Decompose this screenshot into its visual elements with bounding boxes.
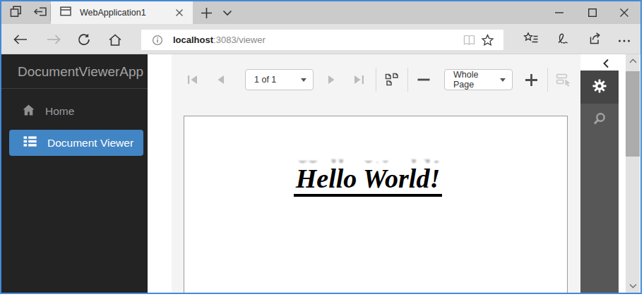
collapse-panel-button[interactable]	[598, 56, 614, 71]
address-bar-row: localhost:3083/viewer	[1, 24, 640, 54]
sidebar-item-label: Document Viewer	[47, 137, 133, 150]
set-tabs-aside-icon	[32, 4, 48, 22]
sidebar-item-home[interactable]: Home	[1, 99, 148, 124]
tab-preview-icon	[8, 4, 23, 22]
info-icon[interactable]	[148, 32, 167, 48]
page-number-select[interactable]: 1 of 1	[245, 69, 314, 90]
text-select-button[interactable]	[554, 70, 573, 90]
close-tab-button[interactable]	[172, 5, 187, 20]
thumbnails-button[interactable]	[382, 70, 402, 90]
web-note-button[interactable]	[551, 30, 574, 49]
toolbar-separator	[547, 68, 548, 92]
next-page-button[interactable]	[322, 70, 342, 90]
sidebar-item-label: Home	[45, 105, 74, 118]
previous-page-button[interactable]	[210, 70, 230, 90]
forward-button[interactable]	[43, 30, 64, 49]
browser-tab[interactable]: WebApplication1	[51, 1, 193, 24]
hub-favorites-button[interactable]	[520, 30, 542, 49]
set-tabs-aside-button[interactable]	[30, 3, 50, 23]
reading-view-icon[interactable]	[460, 32, 478, 48]
search-button[interactable]	[580, 104, 619, 137]
document-render-artifact: Hello World!	[184, 154, 559, 163]
browser-home-button[interactable]	[105, 30, 126, 49]
more-button[interactable]	[613, 30, 636, 49]
page-icon	[59, 4, 73, 21]
tab-title: WebApplication1	[80, 8, 172, 18]
back-button[interactable]	[10, 30, 31, 49]
hub-icon	[523, 32, 539, 48]
list-icon	[23, 135, 37, 151]
first-page-button[interactable]	[182, 70, 202, 90]
toolbar-separator	[407, 68, 408, 92]
share-button[interactable]	[583, 30, 606, 49]
search-icon	[592, 111, 607, 130]
refresh-button[interactable]	[73, 30, 95, 49]
scrollbar-thumb[interactable]	[626, 71, 640, 157]
home-icon	[22, 104, 35, 119]
url-host: localhost	[173, 35, 213, 45]
chevron-down-icon	[500, 78, 506, 85]
scroll-down-button[interactable]	[626, 281, 640, 291]
viewer-side-panel	[580, 71, 619, 293]
settings-button[interactable]	[580, 71, 619, 104]
browser-window: WebApplication1	[0, 0, 642, 294]
web-note-icon	[555, 31, 571, 48]
last-page-button[interactable]	[349, 70, 369, 90]
scrollbar[interactable]	[626, 54, 640, 293]
sidebar-item-document-viewer[interactable]: Document Viewer	[9, 130, 143, 156]
screenshot-root: WebApplication1	[0, 0, 644, 299]
app-sidebar: DocumentViewerApp Home Document Viewer	[1, 54, 148, 293]
scroll-up-button[interactable]	[626, 56, 640, 66]
tab-list-chevron-button[interactable]	[217, 3, 237, 23]
zoom-level-select[interactable]: Whole Page	[444, 69, 513, 90]
document-page: Hello World! Hello World!	[184, 116, 568, 293]
document-viewer: 1 of 1 Whole Page	[172, 54, 580, 293]
share-icon	[588, 31, 602, 48]
close-window-button[interactable]	[614, 3, 635, 23]
toolbar-separator	[376, 68, 376, 92]
maximize-button[interactable]	[582, 3, 603, 23]
zoom-level-value: Whole Page	[453, 70, 494, 90]
app-title: DocumentViewerApp	[1, 54, 148, 89]
more-icon	[618, 33, 631, 46]
page-number-value: 1 of 1	[254, 75, 276, 85]
page-content: DocumentViewerApp Home Document Viewer	[1, 54, 640, 293]
minimize-button[interactable]	[549, 3, 570, 23]
settings-gear-icon	[591, 78, 608, 97]
document-text-underlined: Hello World!	[294, 164, 442, 197]
zoom-out-button[interactable]	[414, 70, 434, 90]
new-tab-button[interactable]	[196, 3, 216, 23]
document-text: Hello World!	[184, 163, 559, 194]
tab-bar: WebApplication1	[1, 1, 640, 24]
favorite-star-icon[interactable]	[478, 32, 496, 48]
address-bar[interactable]: localhost:3083/viewer	[141, 30, 503, 50]
url-text: localhost:3083/viewer	[173, 35, 460, 45]
tab-preview-button[interactable]	[6, 3, 25, 23]
url-path: :3083/viewer	[213, 35, 266, 45]
chevron-down-icon	[301, 78, 306, 85]
zoom-in-button[interactable]	[521, 70, 541, 90]
